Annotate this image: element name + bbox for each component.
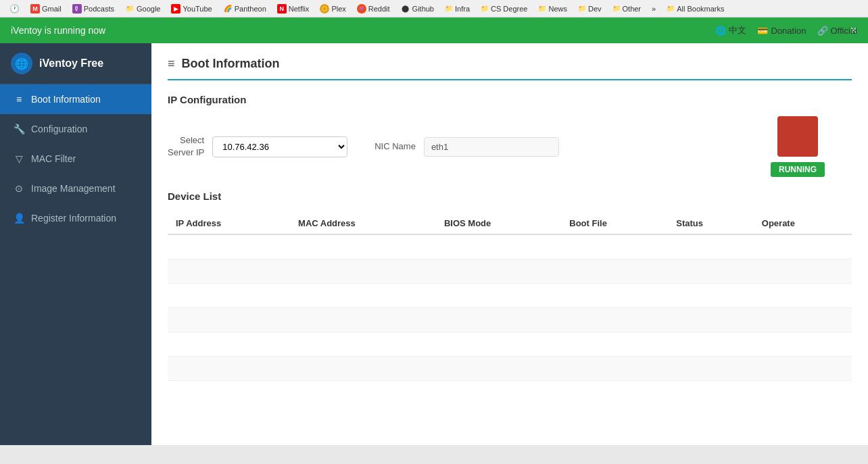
header-actions: 🌐 中文 💳 Donation 🔗 Official [715,24,857,36]
device-list-title: Device List [168,190,852,202]
bookmark-google[interactable]: 📁 Google [121,3,164,15]
sidebar-item-boot-info[interactable]: ≡ Boot Information [0,84,151,114]
sidebar-item-image-mgmt[interactable]: ⊙ Image Management [0,174,151,203]
table-row [168,259,852,284]
page-header: ≡ Boot Information [168,57,852,80]
link-icon: 🔗 [817,26,828,36]
table-header-row: IP Address MAC Address BIOS Mode Boot Fi… [168,213,852,234]
bookmark-all[interactable]: 📁 All Bookmarks [662,3,728,14]
sidebar-item-register-info[interactable]: 👤 Register Information [0,203,151,233]
table-row [168,308,852,332]
bookmark-other[interactable]: 📁 Other [608,3,646,14]
bookmark-news[interactable]: 📁 News [534,3,571,14]
table-row [168,234,852,259]
image-icon: ⊙ [14,183,24,194]
sidebar-item-label: Boot Information [31,94,101,105]
sidebar-brand: 🌐 iVentoy Free [0,43,151,84]
table-row [168,332,852,357]
filter-icon: ▽ [14,153,24,164]
sidebar-item-config[interactable]: 🔧 Configuration [0,114,151,144]
bookmark-cs-degree[interactable]: 📁 CS Degree [477,3,531,14]
device-list-section: Device List IP Address MAC Address BIOS … [168,190,852,381]
bookmark-youtube[interactable]: ▶ YouTube [167,3,216,15]
col-ip-address: IP Address [168,213,290,234]
running-box [777,116,818,157]
col-mac-address: MAC Address [290,213,436,234]
donation-button[interactable]: 💳 Donation [757,26,806,36]
brand-icon: 🌐 [11,53,32,74]
col-operate: Operate [754,213,852,234]
running-indicator: RUNNING [771,116,825,177]
bookmark-more[interactable]: » [648,3,660,14]
bookmark-gmail[interactable]: M Gmail [26,3,66,15]
sidebar-item-label: Register Information [31,213,116,224]
server-ip-label: SelectServer IP [168,134,204,159]
bookmark-plex[interactable]: ⬡ Plex [316,3,349,15]
content-area: ≡ Boot Information IP Configuration Sele… [151,43,868,445]
sidebar-item-mac-filter[interactable]: ▽ MAC Filter [0,144,151,174]
notification-bar: iVentoy is running now × 🌐 中文 💳 Donation… [0,18,868,43]
nic-name-field-group: NIC Name [375,137,559,157]
wrench-icon: 🔧 [14,124,24,134]
device-table: IP Address MAC Address BIOS Mode Boot Fi… [168,213,852,381]
bookmark-reddit[interactable]: 👾 Reddit [353,3,394,15]
col-bios-mode: BIOS Mode [436,213,561,234]
page-header-icon: ≡ [168,57,175,71]
col-status: Status [668,213,754,234]
bookmark-dev[interactable]: 📁 Dev [574,3,606,14]
notification-message: iVentoy is running now [11,25,105,36]
lang-button[interactable]: 🌐 中文 [715,24,746,36]
server-ip-field-group: SelectServer IP 10.76.42.36 [168,134,347,159]
table-row [168,357,852,381]
ip-config-row: SelectServer IP 10.76.42.36 NIC Name RUN… [168,116,852,177]
bookmark-bar: 🕐 M Gmail 🎙 Podcasts 📁 Google ▶ YouTube … [0,0,868,18]
bookmark-netflix[interactable]: N Netflix [273,3,314,15]
bookmark-podcasts[interactable]: 🎙 Podcasts [68,3,118,15]
running-badge: RUNNING [771,162,825,177]
col-boot-file: Boot File [561,213,668,234]
sidebar-item-label: Configuration [31,124,87,134]
sidebar-item-label: Image Management [31,183,116,194]
official-button[interactable]: 🔗 Official [817,26,858,36]
sidebar: 🌐 iVentoy Free ≡ Boot Information 🔧 Conf… [0,43,151,445]
ip-config-title: IP Configuration [168,94,852,105]
brand-title: iVentoy Free [39,57,103,70]
user-icon: 👤 [14,213,24,224]
sidebar-item-label: MAC Filter [31,153,76,164]
page-title: Boot Information [182,57,280,71]
table-row [168,284,852,308]
paypal-icon: 💳 [757,26,768,36]
bookmark-pantheon[interactable]: 🌈 Pantheon [219,3,270,15]
lang-icon: 🌐 [715,26,726,36]
app-wrapper: iVentoy is running now × 🌐 中文 💳 Donation… [0,18,868,445]
nic-name-label: NIC Name [375,140,416,153]
list-icon: ≡ [14,94,24,105]
bookmark-clock[interactable]: 🕐 [5,3,24,15]
server-ip-select[interactable]: 10.76.42.36 [212,136,347,157]
bookmark-infra[interactable]: 📁 Infra [441,3,474,14]
nic-name-input[interactable] [424,137,559,157]
bookmark-github[interactable]: ⬤ Github [397,3,438,15]
main-layout: 🌐 iVentoy Free ≡ Boot Information 🔧 Conf… [0,43,868,445]
